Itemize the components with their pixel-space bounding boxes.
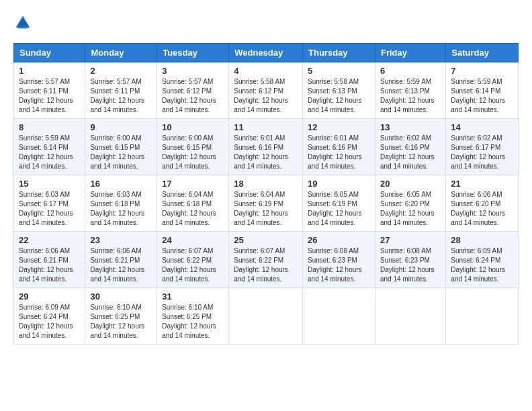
week-row-1: 1Sunrise: 5:57 AMSunset: 6:11 PMDaylight…	[14, 62, 519, 119]
day-info: Sunrise: 6:09 AMSunset: 6:24 PMDaylight:…	[19, 303, 80, 340]
calendar-cell: 21Sunrise: 6:06 AMSunset: 6:20 PMDayligh…	[446, 175, 519, 232]
day-number: 16	[90, 179, 152, 189]
calendar-table: SundayMondayTuesdayWednesdayThursdayFrid…	[13, 43, 519, 345]
calendar-cell: 31Sunrise: 6:10 AMSunset: 6:25 PMDayligh…	[157, 288, 229, 345]
calendar-cell: 19Sunrise: 6:05 AMSunset: 6:19 PMDayligh…	[303, 175, 375, 232]
calendar-cell: 29Sunrise: 6:09 AMSunset: 6:24 PMDayligh…	[14, 288, 85, 345]
day-number: 20	[380, 179, 441, 189]
day-info: Sunrise: 6:10 AMSunset: 6:25 PMDaylight:…	[90, 303, 152, 340]
calendar-cell: 8Sunrise: 5:59 AMSunset: 6:14 PMDaylight…	[14, 119, 85, 175]
logo	[13, 13, 35, 32]
page: SundayMondayTuesdayWednesdayThursdayFrid…	[0, 0, 532, 358]
day-number: 24	[162, 235, 224, 245]
day-number: 23	[90, 235, 152, 245]
day-number: 12	[308, 122, 370, 132]
calendar-cell: 17Sunrise: 6:04 AMSunset: 6:18 PMDayligh…	[157, 175, 229, 232]
day-info: Sunrise: 6:06 AMSunset: 6:20 PMDaylight:…	[451, 190, 513, 228]
day-info: Sunrise: 6:03 AMSunset: 6:18 PMDaylight:…	[90, 190, 152, 228]
week-row-2: 8Sunrise: 5:59 AMSunset: 6:14 PMDaylight…	[14, 119, 519, 175]
col-header-monday: Monday	[85, 44, 157, 62]
day-number: 9	[90, 122, 152, 132]
day-number: 21	[451, 179, 513, 189]
col-header-thursday: Thursday	[303, 44, 375, 62]
day-info: Sunrise: 5:58 AMSunset: 6:12 PMDaylight:…	[234, 77, 298, 115]
calendar-cell: 23Sunrise: 6:06 AMSunset: 6:21 PMDayligh…	[85, 232, 157, 288]
calendar-header-row: SundayMondayTuesdayWednesdayThursdayFrid…	[14, 44, 519, 62]
day-number: 13	[380, 122, 441, 132]
day-info: Sunrise: 5:57 AMSunset: 6:11 PMDaylight:…	[90, 77, 152, 115]
calendar-cell: 16Sunrise: 6:03 AMSunset: 6:18 PMDayligh…	[85, 175, 157, 232]
day-info: Sunrise: 6:10 AMSunset: 6:25 PMDaylight:…	[162, 303, 224, 340]
day-info: Sunrise: 6:08 AMSunset: 6:23 PMDaylight:…	[308, 246, 370, 284]
day-number: 14	[451, 122, 513, 132]
day-info: Sunrise: 5:58 AMSunset: 6:13 PMDaylight:…	[308, 77, 370, 115]
day-number: 3	[162, 66, 224, 76]
col-header-saturday: Saturday	[446, 44, 519, 62]
day-number: 28	[451, 235, 513, 245]
calendar-cell: 5Sunrise: 5:58 AMSunset: 6:13 PMDaylight…	[303, 62, 375, 119]
calendar-cell: 10Sunrise: 6:00 AMSunset: 6:15 PMDayligh…	[157, 119, 229, 175]
day-number: 25	[234, 235, 298, 245]
calendar-cell	[303, 288, 375, 345]
calendar-cell: 13Sunrise: 6:02 AMSunset: 6:16 PMDayligh…	[375, 119, 445, 175]
calendar-cell: 20Sunrise: 6:05 AMSunset: 6:20 PMDayligh…	[375, 175, 445, 232]
col-header-wednesday: Wednesday	[229, 44, 303, 62]
calendar-cell: 14Sunrise: 6:02 AMSunset: 6:17 PMDayligh…	[446, 119, 519, 175]
svg-rect-2	[18, 27, 28, 29]
day-number: 22	[19, 235, 80, 245]
day-info: Sunrise: 6:04 AMSunset: 6:19 PMDaylight:…	[234, 190, 298, 228]
day-info: Sunrise: 6:03 AMSunset: 6:17 PMDaylight:…	[19, 190, 80, 228]
calendar-cell: 12Sunrise: 6:01 AMSunset: 6:16 PMDayligh…	[303, 119, 375, 175]
day-info: Sunrise: 6:02 AMSunset: 6:16 PMDaylight:…	[380, 134, 441, 171]
day-info: Sunrise: 6:02 AMSunset: 6:17 PMDaylight:…	[451, 134, 513, 171]
day-info: Sunrise: 5:59 AMSunset: 6:14 PMDaylight:…	[19, 134, 80, 171]
header	[13, 13, 519, 32]
calendar-cell: 27Sunrise: 6:08 AMSunset: 6:23 PMDayligh…	[375, 232, 445, 288]
day-number: 31	[162, 291, 224, 302]
calendar-cell	[229, 288, 303, 345]
day-info: Sunrise: 6:05 AMSunset: 6:20 PMDaylight:…	[380, 190, 441, 228]
day-info: Sunrise: 6:09 AMSunset: 6:24 PMDaylight:…	[451, 246, 513, 284]
day-number: 15	[19, 179, 80, 189]
calendar-cell: 24Sunrise: 6:07 AMSunset: 6:22 PMDayligh…	[157, 232, 229, 288]
calendar-cell	[375, 288, 445, 345]
day-number: 2	[90, 66, 152, 76]
week-row-3: 15Sunrise: 6:03 AMSunset: 6:17 PMDayligh…	[14, 175, 519, 232]
day-number: 18	[234, 179, 298, 189]
day-info: Sunrise: 6:01 AMSunset: 6:16 PMDaylight:…	[234, 134, 298, 171]
calendar-cell: 9Sunrise: 6:00 AMSunset: 6:15 PMDaylight…	[85, 119, 157, 175]
calendar-cell: 7Sunrise: 5:59 AMSunset: 6:14 PMDaylight…	[446, 62, 519, 119]
day-info: Sunrise: 6:06 AMSunset: 6:21 PMDaylight:…	[19, 246, 80, 284]
day-number: 27	[380, 235, 441, 245]
calendar-cell: 11Sunrise: 6:01 AMSunset: 6:16 PMDayligh…	[229, 119, 303, 175]
day-number: 17	[162, 179, 224, 189]
day-info: Sunrise: 5:57 AMSunset: 6:12 PMDaylight:…	[162, 77, 224, 115]
week-row-5: 29Sunrise: 6:09 AMSunset: 6:24 PMDayligh…	[14, 288, 519, 345]
col-header-friday: Friday	[375, 44, 445, 62]
calendar-cell: 4Sunrise: 5:58 AMSunset: 6:12 PMDaylight…	[229, 62, 303, 119]
day-number: 26	[308, 235, 370, 245]
calendar-cell: 22Sunrise: 6:06 AMSunset: 6:21 PMDayligh…	[14, 232, 85, 288]
calendar-cell: 30Sunrise: 6:10 AMSunset: 6:25 PMDayligh…	[85, 288, 157, 345]
day-info: Sunrise: 6:06 AMSunset: 6:21 PMDaylight:…	[90, 246, 152, 284]
day-number: 5	[308, 66, 370, 76]
calendar-cell: 1Sunrise: 5:57 AMSunset: 6:11 PMDaylight…	[14, 62, 85, 119]
calendar-cell: 2Sunrise: 5:57 AMSunset: 6:11 PMDaylight…	[85, 62, 157, 119]
day-info: Sunrise: 6:04 AMSunset: 6:18 PMDaylight:…	[162, 190, 224, 228]
day-number: 4	[234, 66, 298, 76]
calendar-cell: 26Sunrise: 6:08 AMSunset: 6:23 PMDayligh…	[303, 232, 375, 288]
day-info: Sunrise: 6:00 AMSunset: 6:15 PMDaylight:…	[90, 134, 152, 171]
day-info: Sunrise: 6:05 AMSunset: 6:19 PMDaylight:…	[308, 190, 370, 228]
logo-icon	[13, 13, 32, 32]
day-number: 19	[308, 179, 370, 189]
calendar-cell: 15Sunrise: 6:03 AMSunset: 6:17 PMDayligh…	[14, 175, 85, 232]
day-number: 6	[380, 66, 441, 76]
day-number: 10	[162, 122, 224, 132]
day-info: Sunrise: 6:07 AMSunset: 6:22 PMDaylight:…	[162, 246, 224, 284]
day-info: Sunrise: 5:59 AMSunset: 6:14 PMDaylight:…	[451, 77, 513, 115]
day-info: Sunrise: 6:08 AMSunset: 6:23 PMDaylight:…	[380, 246, 441, 284]
day-number: 29	[19, 291, 80, 302]
day-number: 7	[451, 66, 513, 76]
day-info: Sunrise: 5:59 AMSunset: 6:13 PMDaylight:…	[380, 77, 441, 115]
calendar-cell	[446, 288, 519, 345]
